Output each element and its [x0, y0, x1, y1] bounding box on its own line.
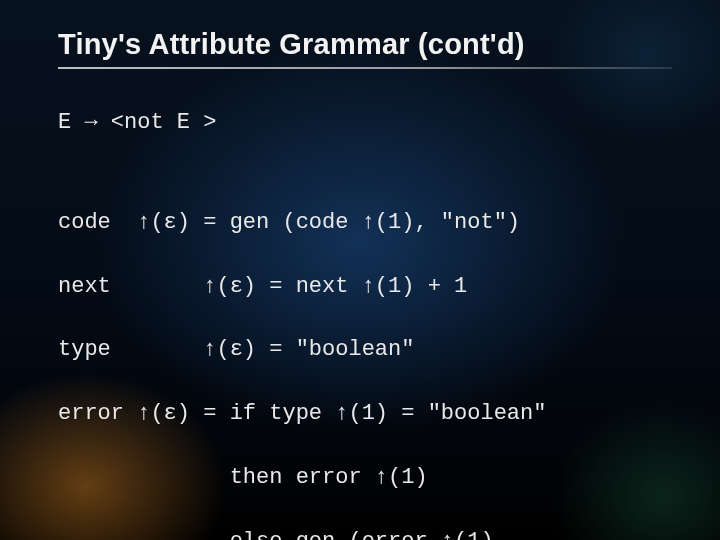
attribute-rules-block: code ↑(ε) = gen (code ↑(1), "not") next … — [58, 175, 672, 540]
title-underline — [58, 67, 672, 69]
rule-line: then error ↑(1) — [58, 462, 672, 494]
rule-line: else gen (error ↑(1), — [58, 526, 672, 540]
grammar-production: E → <not E > — [58, 107, 672, 139]
rule-line: next ↑(ε) = next ↑(1) + 1 — [58, 271, 672, 303]
rule-line: type ↑(ε) = "boolean" — [58, 334, 672, 366]
slide-title: Tiny's Attribute Grammar (cont'd) — [58, 28, 672, 61]
rule-line: error ↑(ε) = if type ↑(1) = "boolean" — [58, 398, 672, 430]
rule-line: code ↑(ε) = gen (code ↑(1), "not") — [58, 207, 672, 239]
